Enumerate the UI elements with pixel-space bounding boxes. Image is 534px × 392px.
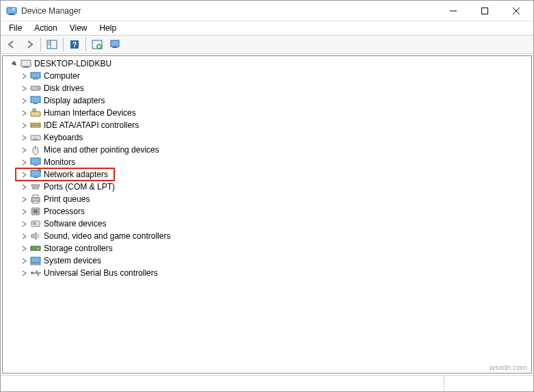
tree-item-computer[interactable]: Computer — [16, 70, 531, 82]
tree-item-sound-video-and-game-controllers[interactable]: Sound, video and game controllers — [16, 230, 531, 242]
network-adapters-icon — [30, 169, 41, 180]
svg-rect-69 — [38, 274, 39, 276]
svg-rect-27 — [31, 96, 40, 103]
expander-closed-icon[interactable] — [19, 96, 29, 105]
tree-item-label: Software devices — [43, 219, 107, 228]
monitors-icon — [30, 157, 41, 168]
expander-closed-icon[interactable] — [19, 256, 29, 265]
svg-rect-65 — [31, 263, 40, 265]
tree-item-monitors[interactable]: Monitors — [16, 156, 531, 168]
expander-closed-icon[interactable] — [19, 120, 29, 130]
svg-point-47 — [36, 186, 37, 187]
expander-open-icon[interactable] — [10, 59, 19, 68]
tree-item-display-adapters[interactable]: Display adapters — [16, 94, 531, 107]
svg-rect-60 — [33, 222, 36, 223]
expander-closed-icon[interactable] — [19, 231, 29, 241]
sound-video-and-game-controllers-icon — [30, 231, 41, 241]
tree-item-disk-drives[interactable]: Disk drives — [16, 82, 531, 94]
menu-action[interactable]: Action — [29, 23, 62, 34]
tree-item-mice-and-other-pointing-devices[interactable]: Mice and other pointing devices — [16, 144, 531, 156]
tree-item-label: IDE ATA/ATAPI controllers — [43, 120, 139, 130]
expander-closed-icon[interactable] — [19, 170, 29, 179]
menu-help[interactable]: Help — [94, 23, 122, 34]
tree-item-label: Keyboards — [43, 133, 83, 142]
window-title: Device Manager — [21, 6, 81, 16]
app-icon — [6, 5, 17, 16]
expander-closed-icon[interactable] — [19, 268, 29, 278]
svg-rect-44 — [34, 177, 38, 178]
menu-view[interactable]: View — [64, 23, 93, 34]
svg-point-35 — [34, 137, 34, 138]
tree-root-row[interactable]: DESKTOP-LDIDKBU — [3, 57, 531, 70]
show-hide-console-tree-button[interactable] — [44, 37, 60, 52]
tree-item-network-adapters[interactable]: Network adapters — [16, 168, 531, 181]
tree-item-ports-com-lpt[interactable]: Ports (COM & LPT) — [16, 181, 531, 193]
minimize-button[interactable] — [438, 1, 469, 21]
expander-closed-icon[interactable] — [19, 71, 29, 81]
svg-rect-1 — [10, 14, 14, 14]
close-button[interactable] — [500, 1, 532, 21]
tree-item-label: Print queues — [43, 194, 90, 204]
svg-rect-50 — [33, 201, 38, 203]
expander-closed-icon[interactable] — [19, 108, 29, 118]
tree-item-software-devices[interactable]: Software devices — [16, 218, 531, 230]
expander-closed-icon[interactable] — [19, 145, 29, 155]
svg-rect-19 — [112, 47, 118, 48]
software-devices-icon — [30, 218, 41, 229]
mice-and-other-pointing-devices-icon — [30, 144, 41, 155]
tree-item-system-devices[interactable]: System devices — [16, 254, 531, 267]
svg-rect-21 — [24, 66, 28, 67]
tree-item-universal-serial-bus-controllers[interactable]: Universal Serial Bus controllers — [16, 267, 531, 279]
tree-item-ide-ata-atapi-controllers[interactable]: IDE ATA/ATAPI controllers — [16, 119, 531, 131]
maximize-button[interactable] — [469, 1, 500, 21]
svg-rect-29 — [31, 112, 40, 116]
expander-closed-icon[interactable] — [19, 219, 29, 228]
svg-point-36 — [35, 137, 36, 138]
computer-icon — [30, 70, 41, 81]
help-button[interactable]: ? — [66, 37, 83, 52]
svg-rect-0 — [7, 8, 16, 14]
tree-item-label: Monitors — [43, 157, 76, 167]
svg-point-46 — [35, 186, 36, 187]
tree-item-label: Disk drives — [43, 83, 85, 93]
tree-item-print-queues[interactable]: Print queues — [16, 193, 531, 205]
expander-closed-icon[interactable] — [19, 83, 29, 93]
toolbar-separator — [40, 38, 41, 51]
device-tree-panel[interactable]: DESKTOP-LDIDKBU ComputerDisk drivesDispl… — [2, 55, 532, 374]
svg-point-68 — [36, 270, 38, 272]
tree-item-human-interface-devices[interactable]: Human Interface Devices — [16, 107, 531, 119]
tree-item-label: Sound, video and game controllers — [43, 231, 171, 241]
statusbar — [1, 375, 533, 391]
svg-point-3 — [12, 8, 15, 10]
expander-closed-icon[interactable] — [19, 157, 29, 167]
watermark: wsxdn.com — [490, 363, 527, 371]
expander-closed-icon[interactable] — [19, 133, 29, 142]
back-button[interactable] — [3, 37, 20, 52]
expander-closed-icon[interactable] — [19, 182, 29, 192]
menu-file[interactable]: File — [3, 23, 27, 34]
tree-item-keyboards[interactable]: Keyboards — [16, 131, 531, 144]
tree-root-label: DESKTOP-LDIDKBU — [34, 59, 112, 68]
svg-rect-20 — [21, 60, 31, 66]
scan-hardware-button[interactable] — [89, 37, 105, 52]
forward-button[interactable] — [21, 37, 38, 52]
universal-serial-bus-controllers-icon — [30, 267, 41, 278]
expander-closed-icon[interactable] — [19, 207, 29, 216]
svg-rect-43 — [31, 170, 40, 177]
monitor-button[interactable] — [107, 37, 123, 52]
titlebar: Device Manager — [1, 1, 533, 21]
svg-point-37 — [36, 137, 37, 138]
tree-item-label: Mice and other pointing devices — [43, 145, 160, 155]
expander-closed-icon[interactable] — [19, 244, 29, 253]
expander-closed-icon[interactable] — [19, 194, 29, 204]
device-manager-window: Device Manager File Action View Help — [0, 0, 534, 392]
svg-point-45 — [34, 186, 34, 187]
svg-point-26 — [38, 88, 39, 89]
ports-com-lpt-icon — [30, 181, 41, 192]
svg-rect-38 — [33, 139, 38, 140]
svg-rect-61 — [33, 224, 37, 224]
tree-item-processors[interactable]: Processors — [16, 205, 531, 218]
tree-item-storage-controllers[interactable]: Storage controllers — [16, 242, 531, 254]
disk-drives-icon — [30, 83, 41, 94]
tree-item-label: Processors — [43, 207, 85, 216]
